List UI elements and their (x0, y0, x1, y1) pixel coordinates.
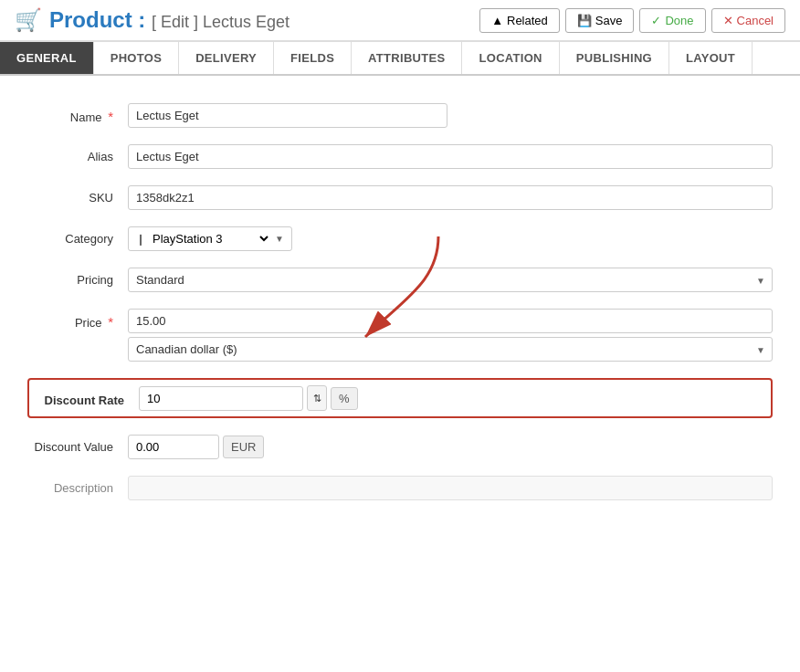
done-label: Done (665, 14, 693, 27)
tab-general[interactable]: GENERAL (0, 42, 94, 74)
spinner-icon: ⇅ (313, 393, 321, 404)
name-field (128, 103, 773, 128)
related-button[interactable]: ▲ Related (479, 8, 560, 33)
edit-text: [ Edit ] (152, 13, 198, 31)
description-field (128, 476, 773, 500)
name-input[interactable] (128, 103, 447, 128)
category-label: Category (27, 226, 128, 246)
description-row: Description (27, 476, 773, 500)
discount-value-row: Discount Value EUR (27, 435, 773, 459)
percent-label: % (331, 387, 358, 410)
pricing-select-wrapper: Standard Premium Discount (128, 268, 773, 292)
name-row: Name * (27, 103, 773, 128)
pricing-row: Pricing Standard Premium Discount (27, 268, 773, 292)
save-button[interactable]: 💾 Save (565, 8, 635, 33)
related-icon: ▲ (491, 14, 503, 27)
tab-publishing-label: PUBLISHING (576, 51, 652, 65)
alias-field (128, 144, 773, 169)
tab-general-label: GENERAL (16, 51, 77, 65)
category-row: Category ❙ PlayStation 3 PlayStation 4 X… (27, 226, 773, 251)
product-name-title: Lectus Eget (203, 13, 289, 31)
title-text: Product (49, 7, 132, 32)
discount-value-field: EUR (128, 435, 773, 459)
tab-delivery[interactable]: DELIVERY (179, 42, 274, 74)
tab-publishing[interactable]: PUBLISHING (560, 42, 669, 74)
related-label: Related (507, 14, 548, 27)
form-container: Name * Alias SKU (0, 94, 800, 535)
discount-rate-field: ⇅ % (139, 385, 358, 411)
alias-input[interactable] (128, 144, 773, 169)
arrow-container: Canadian dollar ($) US Dollar ($) EUR (€… (128, 337, 773, 362)
cart-icon: 🛒 (15, 7, 42, 33)
pricing-field: Standard Premium Discount (128, 268, 773, 292)
price-field: Canadian dollar ($) US Dollar ($) EUR (€… (128, 309, 773, 362)
discount-value-label: Discount Value (27, 435, 128, 454)
category-icon: ❙ (136, 233, 145, 246)
tab-attributes-label: ATTRIBUTES (368, 51, 445, 65)
pricing-select[interactable]: Standard Premium Discount (128, 268, 773, 292)
sku-input[interactable] (128, 185, 773, 210)
cancel-label: Cancel (737, 14, 774, 27)
tab-delivery-label: DELIVERY (195, 51, 257, 65)
tab-fields[interactable]: FIELDS (274, 42, 352, 74)
cancel-button[interactable]: ✕ Cancel (711, 8, 785, 33)
tab-photos-label: PHOTOS (111, 51, 162, 65)
page-title: Product : [ Edit ] Lectus Eget (49, 7, 289, 33)
tab-location-label: LOCATION (479, 51, 542, 65)
alias-row: Alias (27, 144, 773, 169)
tab-bar: GENERAL PHOTOS DELIVERY FIELDS ATTRIBUTE… (0, 42, 800, 76)
price-input[interactable] (128, 309, 773, 333)
currency-select[interactable]: Canadian dollar ($) US Dollar ($) EUR (€… (128, 337, 773, 362)
header-buttons: ▲ Related 💾 Save ✓ Done ✕ Cancel (479, 8, 785, 33)
price-required: * (108, 314, 113, 330)
save-icon: 💾 (577, 14, 592, 27)
category-field: ❙ PlayStation 3 PlayStation 4 Xbox ▼ (128, 226, 773, 251)
done-button[interactable]: ✓ Done (639, 8, 705, 33)
price-label: Price * (27, 309, 128, 330)
tab-attributes[interactable]: ATTRIBUTES (352, 42, 462, 74)
discount-value-input[interactable] (128, 435, 219, 459)
description-input[interactable] (128, 476, 773, 500)
tab-layout-label: LAYOUT (686, 51, 735, 65)
tab-fields-label: FIELDS (290, 51, 334, 65)
title-separator: : (138, 7, 152, 32)
name-required: * (108, 109, 113, 124)
tab-location[interactable]: LOCATION (462, 42, 559, 74)
price-row: Price * (27, 309, 773, 362)
save-label: Save (595, 14, 623, 27)
sku-field (128, 185, 773, 210)
discount-rate-row: Discount Rate ⇅ % (27, 378, 773, 418)
edit-label: [ Edit ] Lectus Eget (152, 13, 289, 31)
currency-select-wrapper: Canadian dollar ($) US Dollar ($) EUR (€… (128, 337, 773, 362)
done-icon: ✓ (651, 14, 661, 27)
cancel-icon: ✕ (723, 14, 733, 27)
alias-label: Alias (27, 144, 128, 163)
tab-photos[interactable]: PHOTOS (94, 42, 179, 74)
category-select[interactable]: PlayStation 3 PlayStation 4 Xbox (149, 231, 271, 247)
description-label: Description (27, 476, 128, 495)
page-header: 🛒 Product : [ Edit ] Lectus Eget ▲ Relat… (0, 0, 800, 42)
chevron-down-icon: ▼ (275, 234, 284, 244)
tab-layout[interactable]: LAYOUT (669, 42, 753, 74)
name-label: Name * (27, 103, 128, 124)
discount-rate-spinner[interactable]: ⇅ (307, 385, 327, 411)
discount-rate-input[interactable] (139, 386, 303, 411)
currency-badge: EUR (223, 436, 264, 458)
category-select-wrapper[interactable]: ❙ PlayStation 3 PlayStation 4 Xbox ▼ (128, 226, 292, 251)
discount-rate-label: Discount Rate (38, 390, 139, 407)
page-title-group: 🛒 Product : [ Edit ] Lectus Eget (15, 7, 289, 33)
discount-value-group: EUR (128, 435, 773, 459)
discount-rate-inner: Discount Rate ⇅ % (38, 385, 762, 411)
sku-label: SKU (27, 185, 128, 205)
pricing-label: Pricing (27, 268, 128, 287)
sku-row: SKU (27, 185, 773, 210)
